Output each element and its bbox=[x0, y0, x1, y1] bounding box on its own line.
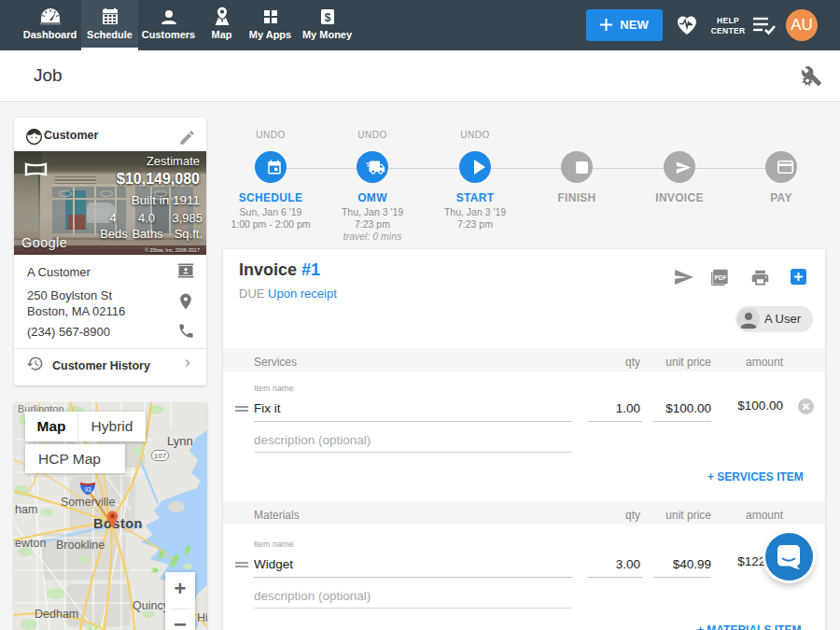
svg-text:93: 93 bbox=[84, 486, 91, 493]
svg-text:PDF: PDF bbox=[715, 274, 727, 281]
svg-text:$: $ bbox=[324, 11, 330, 24]
